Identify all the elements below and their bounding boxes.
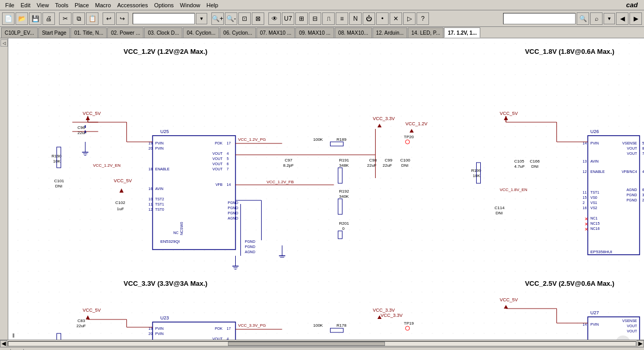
open-button[interactable]: 📂 bbox=[16, 12, 28, 25]
copy-button[interactable]: ⧉ bbox=[73, 12, 85, 25]
svg-text:VCC_1.2V: VCC_1.2V bbox=[406, 121, 428, 126]
bus-button[interactable]: ≡ bbox=[336, 12, 348, 25]
port-button[interactable]: ▷ bbox=[403, 12, 416, 25]
netname-button[interactable]: N bbox=[349, 12, 362, 25]
svg-text:348K: 348K bbox=[339, 163, 349, 168]
search-dropdown[interactable]: ▼ bbox=[604, 13, 615, 24]
tab-14[interactable]: 14. LED, P... bbox=[408, 27, 443, 38]
tab-08[interactable]: 08. MAX10... bbox=[335, 27, 372, 38]
menu-edit[interactable]: Edit bbox=[18, 1, 34, 9]
svg-text:11: 11 bbox=[583, 191, 587, 194]
svg-text:16: 16 bbox=[583, 206, 587, 210]
horizontal-scrollbar[interactable]: ◀ ▶ bbox=[0, 340, 644, 347]
svg-text:VCC_3.3V: VCC_3.3V bbox=[373, 116, 395, 121]
svg-text:1uF: 1uF bbox=[117, 207, 124, 211]
nav-prev-button[interactable]: ◀ bbox=[616, 12, 628, 25]
svg-text:PGND: PGND bbox=[228, 206, 238, 210]
tab-17[interactable]: 17. 1.2V, 1... bbox=[444, 27, 480, 38]
svg-rect-163 bbox=[153, 322, 236, 340]
svg-text:AVIN: AVIN bbox=[591, 159, 599, 163]
svg-text:PGND: PGND bbox=[626, 193, 637, 197]
tab-06[interactable]: 06. Cyclon... bbox=[220, 27, 256, 38]
scroll-left-button[interactable]: ◀ bbox=[0, 340, 7, 347]
zoom-select-button[interactable]: ⊠ bbox=[252, 12, 264, 25]
menu-accessories[interactable]: Accessories bbox=[114, 1, 151, 9]
undo-button[interactable]: ↩ bbox=[103, 12, 115, 25]
save-button[interactable]: 💾 bbox=[29, 12, 41, 25]
menu-options[interactable]: Options bbox=[151, 1, 177, 9]
svg-text:PVIN: PVIN bbox=[591, 323, 599, 326]
svg-text:4: 4 bbox=[227, 337, 229, 340]
tab-start-page[interactable]: Start Page bbox=[38, 27, 70, 38]
svg-text:VCC_5V: VCC_5V bbox=[500, 111, 518, 116]
tab-09[interactable]: 09. MAX10 ... bbox=[295, 27, 334, 38]
svg-text:VOUT: VOUT bbox=[212, 337, 223, 340]
noconn-button[interactable]: ✕ bbox=[390, 12, 402, 25]
svg-text:4: 4 bbox=[227, 152, 229, 155]
svg-text:AVIN: AVIN bbox=[155, 187, 164, 191]
menu-macro[interactable]: Macro bbox=[92, 1, 115, 9]
zoom-out-button[interactable]: 🔍- bbox=[225, 12, 237, 25]
power-button[interactable]: ⏻ bbox=[363, 12, 375, 25]
help-button[interactable]: ? bbox=[417, 12, 429, 25]
search-button[interactable]: 🔍 bbox=[577, 12, 589, 25]
tag-button[interactable]: U7 bbox=[282, 12, 294, 25]
svg-rect-2 bbox=[13, 38, 640, 340]
tab-0[interactable]: C10LP_EV... bbox=[1, 27, 38, 38]
tab-03[interactable]: 03. Clock D... bbox=[144, 27, 182, 38]
junction-button[interactable]: • bbox=[376, 12, 389, 25]
zoom-input[interactable] bbox=[133, 13, 195, 24]
svg-text:VCC_1.2V_PG: VCC_1.2V_PG bbox=[238, 137, 266, 142]
wire-button[interactable]: ⎍ bbox=[322, 12, 335, 25]
schematic-svg: VCC_1.2V (1.2V@2A Max.) VCC_5V C96 22uF … bbox=[8, 38, 644, 340]
paste-button[interactable]: 📋 bbox=[86, 12, 98, 25]
print-button[interactable]: 🖨 bbox=[42, 12, 55, 25]
svg-text:TP20: TP20 bbox=[404, 135, 414, 139]
tab-04[interactable]: 04. Cyclon... bbox=[183, 27, 219, 38]
comp-copy-button[interactable]: ⊟ bbox=[309, 12, 321, 25]
nav-next-button[interactable]: ▶ bbox=[629, 12, 642, 25]
menu-bar: File Edit View Tools Place Macro Accesso… bbox=[0, 0, 644, 10]
svg-text:PGND: PGND bbox=[245, 240, 255, 243]
svg-text:VCC_5V: VCC_5V bbox=[500, 297, 518, 302]
binoculars-button[interactable]: ⌕ bbox=[590, 12, 603, 25]
svg-text:C102: C102 bbox=[116, 200, 126, 205]
side-tool-1[interactable]: ◁ bbox=[1, 39, 8, 47]
svg-text:R178: R178 bbox=[337, 323, 347, 328]
menu-help[interactable]: Help bbox=[203, 1, 221, 9]
svg-text:2: 2 bbox=[642, 198, 645, 202]
svg-text:C101: C101 bbox=[54, 179, 65, 183]
menu-view[interactable]: View bbox=[34, 1, 52, 9]
svg-text:VCC_1.2V_FB: VCC_1.2V_FB bbox=[267, 180, 294, 184]
menu-tools[interactable]: Tools bbox=[52, 1, 71, 9]
svg-text:5: 5 bbox=[642, 141, 645, 145]
svg-text:4.7uF: 4.7uF bbox=[514, 164, 525, 169]
cut-button[interactable]: ✂ bbox=[59, 12, 71, 25]
svg-text:NC: NC bbox=[174, 231, 179, 235]
scroll-right-button[interactable]: ▶ bbox=[637, 340, 644, 347]
tab-01[interactable]: 01. Title, N... bbox=[70, 27, 107, 38]
new-button[interactable]: 📄 bbox=[2, 12, 15, 25]
schematic-canvas[interactable]: VCC_1.2V (1.2V@2A Max.) VCC_5V C96 22uF … bbox=[8, 38, 644, 340]
eye-button[interactable]: 👁 bbox=[268, 12, 281, 25]
scroll-track[interactable] bbox=[8, 341, 636, 346]
zoom-dropdown[interactable]: ▼ bbox=[196, 13, 207, 24]
tab-07[interactable]: 07. MAX10 ... bbox=[256, 27, 295, 38]
menu-file[interactable]: File bbox=[2, 1, 18, 9]
menu-place[interactable]: Place bbox=[71, 1, 92, 9]
comp-add-button[interactable]: ⊞ bbox=[295, 12, 308, 25]
svg-text:5: 5 bbox=[227, 157, 229, 161]
tab-02[interactable]: 02. Power ... bbox=[107, 27, 144, 38]
zoom-fit-button[interactable]: ⊡ bbox=[238, 12, 251, 25]
menu-window[interactable]: Window bbox=[177, 1, 203, 9]
zoom-in-button[interactable]: 🔍+ bbox=[211, 12, 224, 25]
svg-text:U23: U23 bbox=[161, 315, 169, 320]
scroll-thumb[interactable] bbox=[228, 342, 385, 346]
svg-text:DNI: DNI bbox=[532, 164, 539, 169]
svg-text:TP19: TP19 bbox=[404, 321, 414, 326]
redo-button[interactable]: ↪ bbox=[116, 12, 128, 25]
svg-text:VOUT: VOUT bbox=[627, 329, 637, 333]
svg-text:C114: C114 bbox=[495, 206, 505, 210]
tab-12[interactable]: 12. Arduin... bbox=[373, 27, 407, 38]
search-input[interactable] bbox=[503, 13, 576, 24]
